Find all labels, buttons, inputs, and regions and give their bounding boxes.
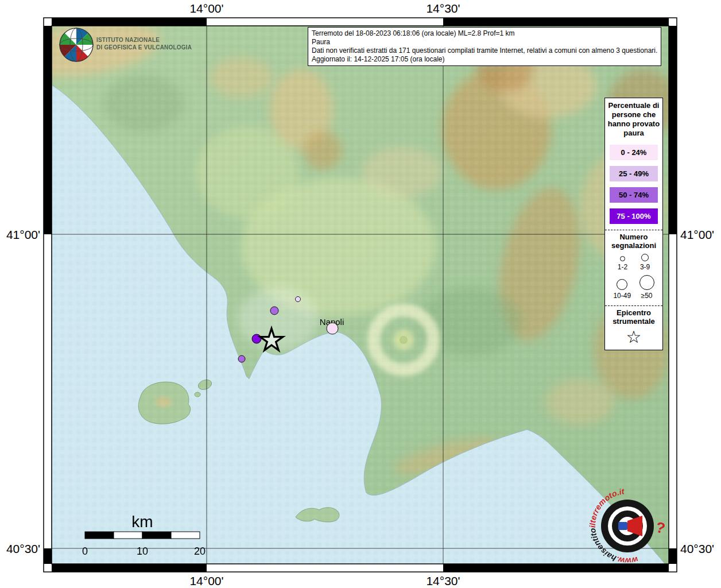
- signal-size-label: 1-2: [618, 263, 627, 271]
- legend-class-0: 0 - 24%: [610, 145, 658, 160]
- axis-label-lat-right-top: 41°00': [680, 228, 714, 242]
- signals-row-small: 1-2 3-9: [605, 254, 662, 271]
- axis-label-lon-bottom-left: 14°00': [189, 574, 223, 588]
- scale-tick-20: 20: [194, 546, 206, 557]
- axis-label-lon-top-left: 14°00': [189, 2, 223, 16]
- signal-size-label: ≥50: [641, 292, 653, 300]
- event-updated-at: Aggiornato il: 14-12-2025 17:05 (ora loc…: [312, 55, 657, 64]
- legend-class-1: 25 - 49%: [610, 166, 658, 181]
- epicenter-title: Epicentro strumentale: [605, 308, 662, 326]
- signal-size-label: 10-49: [613, 292, 631, 300]
- legend-class-3: 75 - 100%: [610, 208, 658, 224]
- ingv-wordmark: ISTITUTO NAZIONALE DI GEOFISICA E VULCAN…: [96, 36, 192, 51]
- scale-bar-unit: km: [131, 513, 153, 531]
- event-effect: Paura: [312, 38, 657, 47]
- scale-tick-10: 10: [137, 546, 148, 557]
- legend-panel: Percentuale di persone che hanno provato…: [604, 98, 663, 350]
- felt-report-point: [296, 297, 301, 302]
- axis-label-lon-bottom-right: 14°30': [426, 574, 460, 588]
- signal-size-icon: [620, 256, 625, 261]
- axis-label-lat-left-bottom: 40°30': [0, 542, 40, 556]
- signals-row-large: 10-49 ≥50: [605, 275, 662, 300]
- signal-size-icon: [641, 254, 649, 261]
- legend-class-2: 50 - 74%: [610, 187, 658, 203]
- raster-texture: [52, 26, 669, 564]
- hsit-map-page: 14°00' 14°30' 14°00' 14°30' 41°00' 40°30…: [0, 0, 721, 588]
- legend-separator: [605, 230, 662, 230]
- axis-label-lat-right-bottom: 40°30': [680, 542, 714, 556]
- epicenter-legend-star-icon: ☆: [605, 328, 662, 346]
- felt-report-point: [252, 334, 261, 343]
- signals-title: Numero segnalazioni: [605, 233, 662, 250]
- felt-report-point: [270, 307, 278, 315]
- axis-label-lat-left-top: 41°00': [0, 228, 40, 242]
- scale-tick-0: 0: [82, 546, 88, 557]
- event-title: Terremoto del 18-08-2023 06:18:06 (ora l…: [312, 29, 657, 38]
- legend-separator: [605, 305, 662, 306]
- event-info-box: Terremoto del 18-08-2023 06:18:06 (ora l…: [308, 27, 661, 66]
- megaphone-icon: [618, 522, 627, 530]
- felt-report-point: [327, 323, 338, 334]
- terrain-layer: Napoli km 0 10 20: [9, 13, 677, 570]
- signal-size-icon: [639, 275, 654, 290]
- signal-size-label: 3-9: [640, 263, 650, 271]
- signal-size-icon: [617, 279, 627, 290]
- event-disclaimer: Dati non verificati estratti da 171 ques…: [312, 47, 657, 55]
- axis-label-lon-top-right: 14°30': [426, 2, 460, 16]
- ingv-wordmark-line1: ISTITUTO NAZIONALE: [96, 36, 192, 44]
- felt-report-point: [238, 355, 245, 362]
- ingv-wordmark-line2: DI GEOFISICA E VULCANOLOGIA: [96, 44, 192, 51]
- legend-title: Percentuale di persone che hanno provato…: [605, 98, 662, 139]
